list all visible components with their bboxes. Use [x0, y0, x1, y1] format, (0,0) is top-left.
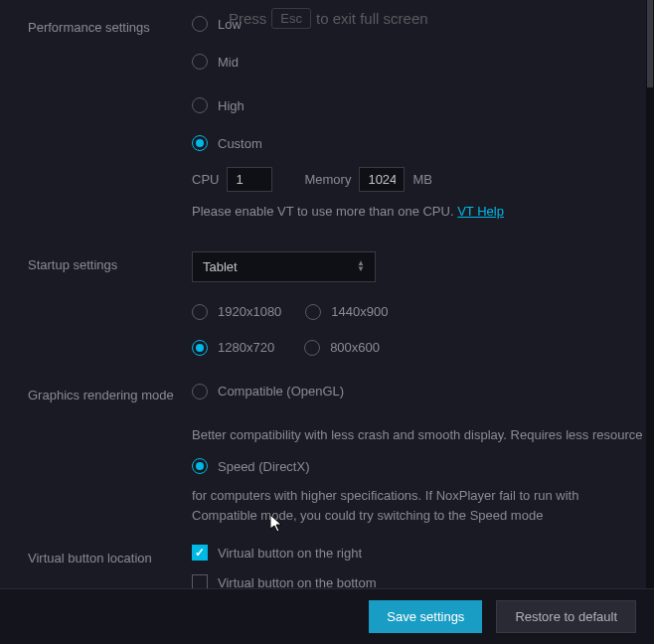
radio-icon: [192, 97, 208, 113]
memory-label: Memory: [304, 172, 351, 187]
esc-key-badge: Esc: [271, 8, 311, 29]
performance-section-label: Performance settings: [28, 14, 192, 35]
memory-unit: MB: [412, 172, 432, 187]
radio-icon: [192, 384, 208, 400]
updown-icon: ▲▼: [357, 260, 365, 272]
radio-icon: [304, 340, 320, 356]
radio-icon: [192, 304, 208, 320]
scroll-thumb[interactable]: [647, 0, 653, 87]
radio-icon: [192, 340, 208, 356]
scrollbar[interactable]: [646, 0, 654, 592]
vt-help-link[interactable]: VT Help: [457, 204, 504, 219]
save-settings-button[interactable]: Save settings: [369, 600, 482, 633]
footer: Save settings Restore to default: [0, 588, 654, 644]
speed-note: for computers with higher specifications…: [192, 486, 654, 525]
res-radio-1440x900[interactable]: 1440x900: [305, 302, 388, 322]
radio-icon: [192, 135, 208, 151]
perf-radio-custom[interactable]: Custom: [192, 133, 654, 153]
graphics-radio-speed[interactable]: Speed (DirectX): [192, 456, 654, 476]
radio-icon: [192, 54, 208, 70]
restore-default-button[interactable]: Restore to default: [496, 600, 636, 633]
res-radio-1280x720[interactable]: 1280x720: [192, 338, 274, 358]
checkbox-icon: [192, 545, 208, 561]
esc-fullscreen-hint: Press Esc to exit full screen: [229, 8, 428, 29]
graphics-section-label: Graphics rendering mode: [28, 382, 192, 402]
graphics-radio-compatible[interactable]: Compatible (OpenGL): [192, 382, 654, 402]
cpu-input[interactable]: [227, 167, 272, 192]
radio-icon: [305, 304, 321, 320]
cpu-label: CPU: [192, 172, 219, 187]
memory-input[interactable]: [359, 167, 405, 192]
radio-icon: [192, 458, 208, 474]
perf-radio-mid[interactable]: Mid: [192, 52, 654, 72]
perf-radio-high[interactable]: High: [192, 95, 654, 115]
startup-section-label: Startup settings: [28, 251, 192, 272]
res-radio-800x600[interactable]: 800x600: [304, 338, 380, 358]
vbutton-right-checkbox[interactable]: Virtual button on the right: [192, 545, 654, 561]
res-radio-1920x1080[interactable]: 1920x1080: [192, 302, 281, 322]
device-select[interactable]: Tablet ▲▼: [192, 251, 376, 282]
vbutton-section-label: Virtual button location: [28, 545, 192, 565]
compat-note: Better compatibility with less crash and…: [192, 425, 654, 445]
radio-icon: [192, 16, 208, 32]
vt-note-text: Please enable VT to use more than one CP…: [192, 204, 454, 219]
